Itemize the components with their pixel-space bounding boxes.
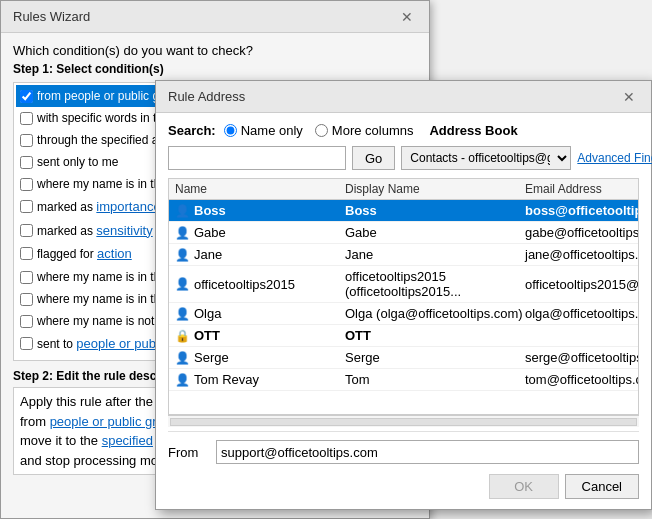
- ra-body: Search: Name only More columns Address B…: [156, 113, 651, 509]
- table-row[interactable]: 👤GabeGabegabe@officetooltips.com: [169, 222, 638, 244]
- contact-display: OTT: [345, 328, 525, 343]
- radio-group: Name only More columns: [224, 123, 414, 138]
- table-row[interactable]: 👤officetooltips2015officetooltips2015 (o…: [169, 266, 638, 303]
- person-icon: 👤: [175, 226, 190, 240]
- header-display: Display Name: [345, 182, 525, 196]
- contact-email: tom@officetooltips.com: [525, 372, 638, 387]
- from-input[interactable]: [216, 440, 639, 464]
- table-body: 👤BossBossboss@officetooltips.com👤GabeGab…: [169, 200, 638, 414]
- horizontal-scrollbar[interactable]: [170, 418, 637, 426]
- go-button[interactable]: Go: [352, 146, 395, 170]
- table-row[interactable]: 👤Tom RevayTomtom@officetooltips.com: [169, 369, 638, 391]
- contact-name-cell: 👤Tom Revay: [175, 372, 345, 387]
- contact-name: OTT: [194, 328, 220, 343]
- ra-titlebar: Rule Address ✕: [156, 81, 651, 113]
- condition-link[interactable]: importance: [96, 199, 160, 214]
- specified-link[interactable]: specified: [102, 433, 153, 448]
- person-icon: 👤: [175, 248, 190, 262]
- contact-name: Olga: [194, 306, 221, 321]
- from-label: From: [168, 445, 208, 460]
- contact-email: serge@officetooltips.com: [525, 350, 638, 365]
- condition-checkbox[interactable]: [20, 156, 33, 169]
- contact-name-cell: 👤Serge: [175, 350, 345, 365]
- person-icon: 👤: [175, 307, 190, 321]
- from-row: From: [168, 431, 639, 468]
- contact-name-cell: 👤Olga: [175, 306, 345, 321]
- wizard-question: Which condition(s) do you want to check?: [13, 43, 417, 58]
- rule-address-dialog: Rule Address ✕ Search: Name only More co…: [155, 80, 652, 510]
- condition-checkbox[interactable]: [20, 315, 33, 328]
- table-row[interactable]: 🔒OTTOTT: [169, 325, 638, 347]
- table-row[interactable]: 👤JaneJanejane@officetooltips.com: [169, 244, 638, 266]
- condition-checkbox[interactable]: [20, 200, 33, 213]
- contact-email: jane@officetooltips.com: [525, 247, 638, 262]
- person-icon: 👤: [175, 277, 190, 291]
- contact-email: olga@officetooltips.com: [525, 306, 638, 321]
- contact-name: officetooltips2015: [194, 277, 295, 292]
- header-name: Name: [175, 182, 345, 196]
- contact-name-cell: 👤Boss: [175, 203, 345, 218]
- contact-name-cell: 👤officetooltips2015: [175, 277, 345, 292]
- contact-display: Serge: [345, 350, 525, 365]
- contact-name-cell: 🔒OTT: [175, 328, 345, 343]
- person-icon: 👤: [175, 204, 190, 218]
- condition-link[interactable]: action: [97, 246, 132, 261]
- contact-display: Tom: [345, 372, 525, 387]
- ra-cancel-button[interactable]: Cancel: [565, 474, 639, 499]
- contact-display: Olga (olga@officetooltips.com): [345, 306, 525, 321]
- condition-checkbox[interactable]: [20, 360, 33, 361]
- search-input-row: Go Contacts - officetooltips@gmail.com A…: [168, 146, 639, 170]
- contacts-table: Name Display Name Email Address 👤BossBos…: [168, 178, 639, 415]
- ok-button[interactable]: OK: [489, 474, 559, 499]
- ra-close-button[interactable]: ✕: [619, 87, 639, 107]
- rules-wizard-title: Rules Wizard: [13, 9, 90, 24]
- contact-name-cell: 👤Jane: [175, 247, 345, 262]
- ra-title: Rule Address: [168, 89, 245, 104]
- contact-email: gabe@officetooltips.com: [525, 225, 638, 240]
- contact-display: Boss: [345, 203, 525, 218]
- contact-name: Serge: [194, 350, 229, 365]
- condition-link[interactable]: sensitivity: [96, 223, 152, 238]
- radio-more-columns[interactable]: More columns: [315, 123, 414, 138]
- condition-checkbox[interactable]: [20, 224, 33, 237]
- contact-name-cell: 👤Gabe: [175, 225, 345, 240]
- search-label: Search:: [168, 123, 216, 138]
- contact-email: boss@officetooltips.com: [525, 203, 638, 218]
- condition-checkbox[interactable]: [20, 134, 33, 147]
- condition-checkbox[interactable]: [20, 271, 33, 284]
- address-book-label: Address Book: [429, 123, 517, 138]
- scrollbar-area: [168, 415, 639, 427]
- rules-wizard-close-button[interactable]: ✕: [397, 7, 417, 27]
- table-row[interactable]: 👤SergeSergeserge@officetooltips.com: [169, 347, 638, 369]
- condition-checkbox[interactable]: [20, 293, 33, 306]
- contact-name: Gabe: [194, 225, 226, 240]
- contact-email: officetooltips2015@gmail.com: [525, 277, 638, 292]
- condition-checkbox[interactable]: [20, 247, 33, 260]
- table-row[interactable]: 👤BossBossboss@officetooltips.com: [169, 200, 638, 222]
- radio-name-only-label: Name only: [241, 123, 303, 138]
- condition-checkbox[interactable]: [20, 178, 33, 191]
- radio-name-only-input[interactable]: [224, 124, 237, 137]
- person-locked-icon: 🔒: [175, 329, 190, 343]
- contact-name: Jane: [194, 247, 222, 262]
- condition-checkbox[interactable]: [20, 90, 33, 103]
- header-email: Email Address: [525, 182, 632, 196]
- ra-footer: OK Cancel: [168, 468, 639, 499]
- contact-name: Tom Revay: [194, 372, 259, 387]
- radio-name-only[interactable]: Name only: [224, 123, 303, 138]
- table-row[interactable]: 👤OlgaOlga (olga@officetooltips.com)olga@…: [169, 303, 638, 325]
- condition-checkbox[interactable]: [20, 112, 33, 125]
- advanced-find-link[interactable]: Advanced Find: [577, 151, 652, 165]
- search-row: Search: Name only More columns Address B…: [168, 123, 639, 138]
- radio-more-columns-label: More columns: [332, 123, 414, 138]
- contact-display: Jane: [345, 247, 525, 262]
- person-icon: 👤: [175, 373, 190, 387]
- search-input[interactable]: [168, 146, 346, 170]
- radio-more-columns-input[interactable]: [315, 124, 328, 137]
- rules-wizard-titlebar: Rules Wizard ✕: [1, 1, 429, 33]
- wizard-step1-label: Step 1: Select condition(s): [13, 62, 417, 76]
- person-icon: 👤: [175, 351, 190, 365]
- address-book-select[interactable]: Contacts - officetooltips@gmail.com: [401, 146, 571, 170]
- condition-checkbox[interactable]: [20, 337, 33, 350]
- contact-display: Gabe: [345, 225, 525, 240]
